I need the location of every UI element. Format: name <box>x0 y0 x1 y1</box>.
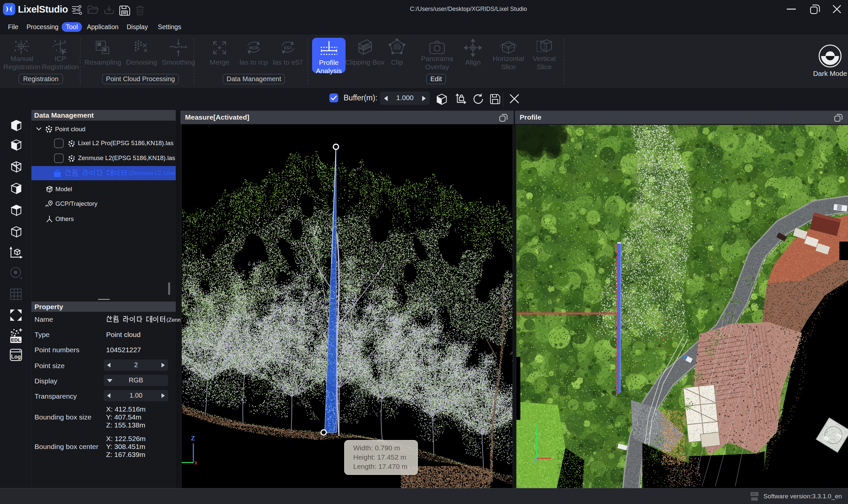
svg-text:RCP: RCP <box>249 46 258 50</box>
svg-text:EDL: EDL <box>11 337 21 343</box>
svg-text:E57: E57 <box>284 46 292 50</box>
svg-text:Log: Log <box>11 354 20 360</box>
